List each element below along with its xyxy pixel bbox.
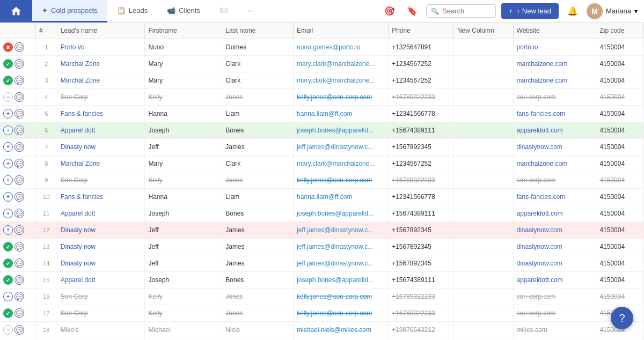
website-link[interactable]: fans-fancies.com — [517, 110, 566, 117]
email-link[interactable]: kelly.jones@son-corp.com — [297, 309, 372, 317]
website-cell[interactable]: appareldott.com — [513, 272, 596, 289]
website-cell[interactable]: marchalzone.com — [513, 338, 596, 341]
tab-more[interactable]: ··· — [238, 0, 263, 23]
add-icon[interactable]: + — [3, 109, 13, 119]
email-cell[interactable]: hanna.liam@ff.com — [294, 106, 389, 122]
notifications-icon-btn[interactable]: 🔔 — [564, 3, 581, 20]
add-icon[interactable]: + — [3, 159, 13, 168]
chat-icon[interactable]: 💬 — [14, 209, 24, 218]
chat-icon[interactable]: 💬 — [14, 325, 24, 335]
chat-icon[interactable]: 💬 — [14, 192, 24, 202]
add-icon[interactable]: + — [3, 142, 13, 152]
status-icon-green[interactable]: ✔ — [3, 76, 13, 85]
website-cell[interactable]: porto.io — [513, 39, 596, 56]
website-link[interactable]: appareldott.com — [517, 210, 563, 217]
lead-name-link[interactable]: Marchal Zone — [61, 160, 100, 167]
website-cell[interactable]: fans-fancies.com — [513, 189, 596, 205]
email-cell[interactable]: joseph.bones@apparelld... — [294, 122, 389, 139]
remove-icon[interactable]: − — [3, 92, 13, 102]
lead-name-cell[interactable]: Marchal Zone — [57, 56, 145, 72]
chat-icon[interactable]: 💬 — [14, 175, 24, 185]
email-cell[interactable]: joseph.bones@apparelld... — [294, 272, 389, 289]
email-link[interactable]: jeff.james@dinastynow.c... — [297, 143, 373, 151]
email-cell[interactable]: jeff.james@dinastynow.c... — [294, 139, 389, 156]
email-link[interactable]: mary.clark@marchalzone... — [297, 160, 375, 167]
add-icon[interactable]: + — [3, 209, 13, 218]
website-link[interactable]: marchalzone.com — [517, 77, 568, 84]
email-link[interactable]: nuno.gomes@porto.io — [297, 43, 360, 51]
tab-clients[interactable]: 📹 Clients — [157, 0, 210, 23]
email-link[interactable]: hanna.liam@ff.com — [297, 193, 352, 201]
col-header-new-column[interactable]: New Column — [453, 23, 513, 39]
email-cell[interactable]: kelly.jones@son-corp.com — [294, 289, 389, 305]
search-input[interactable] — [442, 7, 491, 15]
website-link[interactable]: son-corp.com — [517, 309, 556, 317]
website-cell[interactable]: appareldott.com — [513, 122, 596, 139]
website-cell[interactable]: dinastynow.com — [513, 239, 596, 255]
website-cell[interactable]: appareldott.com — [513, 205, 596, 222]
lead-name-cell[interactable]: Son Corp — [57, 305, 145, 322]
status-icon-green[interactable]: ✔ — [3, 258, 13, 268]
status-icon-green[interactable]: ✔ — [3, 59, 13, 69]
lead-name-link[interactable]: Marchal Zone — [61, 77, 100, 84]
chat-icon[interactable]: 💬 — [14, 308, 24, 318]
website-link[interactable]: marchalzone.com — [517, 60, 568, 68]
email-cell[interactable]: joseph.bones@apparelld... — [294, 205, 389, 222]
website-link[interactable]: dinastynow.com — [517, 226, 562, 234]
email-link[interactable]: joseph.bones@apparelld... — [297, 127, 374, 134]
status-icon-green[interactable]: ✔ — [3, 308, 13, 318]
website-cell[interactable]: son-corp.com — [513, 89, 596, 106]
chat-icon[interactable]: 💬 — [14, 142, 24, 152]
lead-name-cell[interactable]: Son Corp — [57, 289, 145, 305]
col-header-firstname[interactable]: Firstname — [145, 23, 222, 39]
email-link[interactable]: jeff.james@dinastynow.c... — [297, 260, 373, 267]
tab-leads[interactable]: 📋 Leads — [107, 0, 157, 23]
website-cell[interactable]: son-corp.com — [513, 289, 596, 305]
col-header-lastname[interactable]: Last name — [222, 23, 294, 39]
email-cell[interactable]: jeff.james@dinastynow.c... — [294, 255, 389, 272]
email-cell[interactable]: michael.niels@mikes.com — [294, 322, 389, 338]
chat-icon[interactable]: 💬 — [14, 225, 24, 235]
lead-name-cell[interactable]: Apparel dott — [57, 205, 145, 222]
lead-name-link[interactable]: Apparel dott — [61, 210, 96, 217]
email-cell[interactable]: kelly.jones@son-corp.com — [294, 172, 389, 189]
lead-name-link[interactable]: Mike's — [61, 326, 79, 334]
website-cell[interactable]: marchalzone.com — [513, 156, 596, 172]
status-icon-green[interactable]: ✔ — [3, 275, 13, 285]
chat-icon[interactable]: 💬 — [14, 275, 24, 285]
lead-name-link[interactable]: Fans & fancies — [61, 110, 103, 117]
email-link[interactable]: mary.clark@marchalzone... — [297, 60, 375, 68]
lead-name-link[interactable]: Marchal Zone — [61, 60, 100, 68]
lead-name-cell[interactable]: Apparel dott — [57, 122, 145, 139]
website-cell[interactable]: son-corp.com — [513, 305, 596, 322]
website-link[interactable]: marchalzone.com — [517, 160, 568, 167]
add-icon[interactable]: + — [3, 175, 13, 185]
home-button[interactable] — [0, 0, 32, 23]
email-link[interactable]: hanna.liam@ff.com — [297, 110, 352, 117]
email-cell[interactable]: mary.clark@marchalzone... — [294, 56, 389, 72]
chat-icon[interactable]: 💬 — [14, 92, 24, 102]
chat-icon[interactable]: 💬 — [14, 76, 24, 85]
tab-email[interactable]: ✉️ — [210, 0, 238, 23]
email-link[interactable]: joseph.bones@apparelld... — [297, 210, 374, 217]
email-link[interactable]: kelly.jones@son-corp.com — [297, 176, 372, 184]
chat-icon[interactable]: 💬 — [14, 109, 24, 119]
lead-name-cell[interactable]: Marchal Zone — [57, 156, 145, 172]
lead-name-link[interactable]: Dinasty now — [61, 243, 96, 250]
website-link[interactable]: porto.io — [517, 43, 538, 51]
col-header-email[interactable]: Email — [294, 23, 389, 39]
lead-name-link[interactable]: Apparel dott — [61, 276, 96, 284]
website-cell[interactable]: dinastynow.com — [513, 139, 596, 156]
website-cell[interactable]: son-corp.com — [513, 172, 596, 189]
col-header-phone[interactable]: Phone — [389, 23, 454, 39]
email-link[interactable]: mary.clark@marchalzone... — [297, 77, 375, 84]
lead-name-link[interactable]: Son Corp — [61, 176, 88, 184]
chat-icon[interactable]: 💬 — [14, 258, 24, 268]
lead-name-cell[interactable]: Marchal Zone — [57, 72, 145, 89]
add-icon[interactable]: + — [3, 192, 13, 202]
email-cell[interactable]: kelly.jones@son-corp.com — [294, 89, 389, 106]
website-link[interactable]: son-corp.com — [517, 176, 556, 184]
lead-name-link[interactable]: Son Corp — [61, 93, 88, 101]
lead-name-cell[interactable]: Son Corp — [57, 172, 145, 189]
email-link[interactable]: kelly.jones@son-corp.com — [297, 93, 372, 101]
